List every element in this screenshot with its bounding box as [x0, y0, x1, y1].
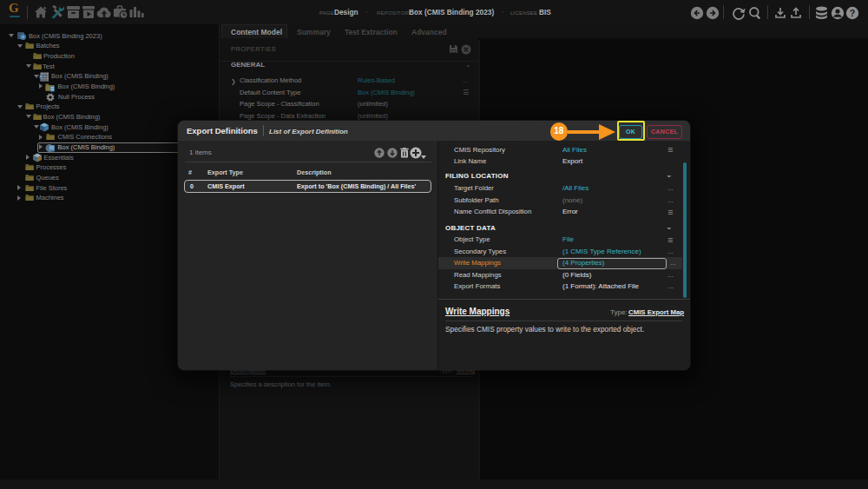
svg-text:?: ?: [850, 8, 855, 18]
